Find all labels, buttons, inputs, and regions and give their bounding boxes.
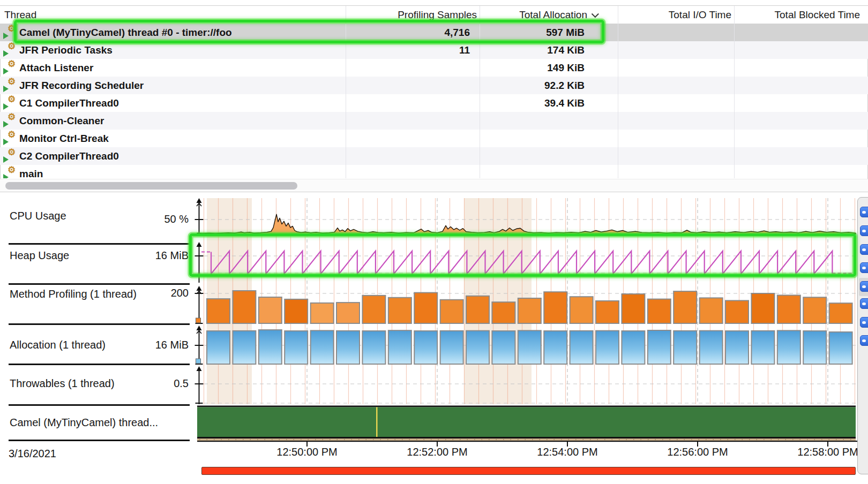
toolbar-button-6[interactable] bbox=[860, 298, 868, 309]
time-tick-label: 12:54:00 PM bbox=[517, 446, 618, 458]
time-tick-label: 12:52:00 PM bbox=[386, 446, 488, 458]
lane-label-6[interactable]: Camel (MyTinyCamel) thread... bbox=[10, 417, 158, 429]
lane-label-3[interactable]: Method Profiling (1 thread) bbox=[10, 288, 137, 300]
date-label: 3/16/2021 bbox=[9, 448, 56, 460]
chart-side-toolbar bbox=[857, 197, 868, 474]
lane-label-1[interactable]: CPU Usage bbox=[10, 210, 66, 222]
lane-axis-tick-label: 0.5 bbox=[108, 377, 189, 390]
time-tick-label: 12:50:00 PM bbox=[256, 446, 358, 458]
toolbar-button-8[interactable] bbox=[860, 335, 868, 346]
lane-axis-tick-label: 16 MiB bbox=[108, 249, 189, 262]
time-tick-label: 12:58:00 PM bbox=[777, 446, 868, 458]
lane-separator bbox=[9, 364, 190, 365]
time-tick-label: 12:56:00 PM bbox=[647, 446, 749, 458]
toolbar-button-4[interactable] bbox=[860, 262, 868, 273]
lane-label-4[interactable]: Allocation (1 thread) bbox=[10, 339, 106, 351]
lane-separator bbox=[9, 323, 190, 325]
lane-separator bbox=[9, 440, 190, 441]
range-navigator-bar[interactable] bbox=[201, 467, 856, 475]
lane-label-2[interactable]: Heap Usage bbox=[10, 249, 69, 262]
timeline-chart-area[interactable] bbox=[0, 0, 868, 484]
lane-separator bbox=[9, 283, 190, 285]
profiler-window: ThreadProfiling SamplesTotal AllocationT… bbox=[0, 0, 868, 484]
lane-separator bbox=[9, 243, 190, 245]
lane-axis-tick-label: 16 MiB bbox=[108, 339, 189, 351]
toolbar-button-5[interactable] bbox=[860, 281, 868, 292]
lane-label-5[interactable]: Throwables (1 thread) bbox=[10, 377, 115, 390]
toolbar-button-1[interactable] bbox=[860, 207, 868, 217]
toolbar-button-3[interactable] bbox=[860, 244, 868, 255]
lane-separator bbox=[9, 404, 190, 406]
toolbar-button-7[interactable] bbox=[860, 317, 868, 328]
toolbar-button-2[interactable] bbox=[860, 225, 868, 236]
lane-axis-tick-label: 50 % bbox=[108, 213, 189, 225]
